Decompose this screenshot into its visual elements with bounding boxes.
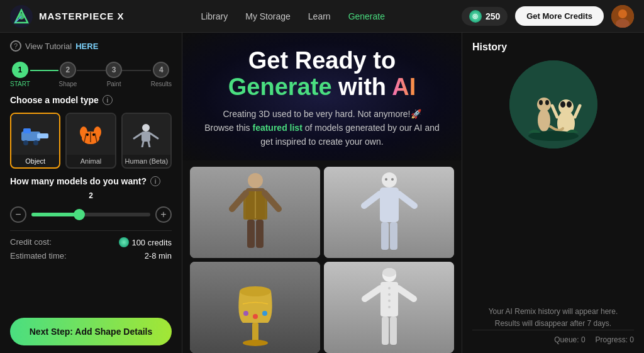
model-type-title: Choose a model type: [10, 95, 99, 105]
svg-rect-9: [23, 128, 31, 133]
model-type-title-row: Choose a model type i: [10, 95, 172, 105]
step-2[interactable]: 2 Shape: [58, 62, 77, 87]
slider-track[interactable]: [31, 213, 150, 216]
model-preview-1[interactable]: [190, 167, 320, 258]
progress-label-value: Progress: 0: [596, 335, 634, 344]
step-3[interactable]: 3 Paint: [106, 62, 122, 87]
svg-rect-43: [252, 323, 258, 342]
svg-point-41: [385, 178, 387, 181]
svg-rect-8: [37, 133, 48, 138]
svg-point-48: [262, 311, 267, 316]
queue-value: 0: [581, 335, 586, 344]
hero-subtitle-line1: Creating 3D used to be very hard. Not an…: [203, 107, 441, 121]
model-preview-4[interactable]: [324, 262, 454, 353]
hero-title-with: with: [332, 74, 392, 100]
left-panel: ? View Tutorial HERE 1 START 2 Shape 3 P…: [0, 33, 182, 353]
svg-rect-39: [381, 222, 389, 250]
model-preview-2[interactable]: [324, 167, 454, 258]
svg-point-69: [539, 100, 543, 105]
history-preview-image: [509, 60, 597, 148]
hero-subtitle-line3: get inspired to create your own.: [203, 135, 441, 148]
tutorial-text: View Tutorial: [25, 42, 72, 51]
header-left: MASTERPIECE X: [10, 5, 125, 28]
quantity-info-icon[interactable]: i: [150, 176, 160, 186]
slider-minus-button[interactable]: −: [10, 206, 26, 223]
svg-rect-33: [247, 220, 255, 248]
history-spacer: [472, 159, 634, 306]
model-card-object[interactable]: Object: [10, 113, 60, 169]
history-title: History: [472, 42, 634, 53]
slider-thumb: [74, 209, 85, 220]
avatar[interactable]: [611, 5, 634, 28]
svg-line-26: [148, 142, 150, 147]
featured-list-link[interactable]: featured list: [252, 123, 302, 133]
hero-title-ai: AI: [392, 74, 416, 100]
step-4[interactable]: 4 Results: [151, 62, 172, 87]
subtitle-prefix: Browse this: [204, 123, 252, 133]
step-line-3: [122, 70, 151, 71]
credit-cost-label: Credit cost:: [10, 237, 52, 247]
cost-credits-icon: [119, 237, 129, 247]
nav-generate[interactable]: Generate: [348, 11, 385, 21]
model-type-info-icon[interactable]: i: [103, 95, 113, 105]
svg-line-56: [398, 288, 414, 299]
model-preview-1-bg: [190, 167, 320, 258]
next-step-button[interactable]: Next Step: Add Shape Details: [10, 318, 172, 345]
svg-point-21: [142, 124, 150, 132]
svg-point-11: [33, 140, 38, 145]
svg-line-55: [365, 288, 380, 299]
svg-point-27: [248, 173, 263, 188]
model-card-animal-label: Animal: [80, 155, 102, 167]
credits-icon: ◎: [469, 10, 482, 23]
svg-point-64: [567, 101, 572, 108]
svg-point-52: [388, 293, 391, 296]
slider-plus-button[interactable]: +: [155, 206, 172, 223]
svg-rect-40: [390, 222, 397, 250]
step-3-label: Paint: [107, 81, 121, 87]
estimated-time-label: Estimated time:: [10, 251, 67, 261]
model-preview-3[interactable]: [190, 262, 320, 353]
quantity-title-row: How many models do you want? i: [10, 176, 172, 186]
step-line-2: [77, 70, 106, 71]
logo-text: MASTERPIECE X: [39, 11, 125, 21]
step-4-circle: 4: [153, 62, 169, 78]
svg-line-24: [150, 133, 158, 138]
hero-title: Get Ready to Generate with AI: [203, 48, 441, 101]
svg-point-19: [86, 133, 89, 136]
svg-point-46: [243, 311, 248, 316]
credits-amount: 250: [486, 11, 500, 21]
svg-point-42: [391, 178, 394, 181]
quantity-title: How many models do you want?: [10, 176, 147, 186]
get-credits-button[interactable]: Get More Credits: [515, 6, 604, 26]
credit-cost-amount: 100 credits: [131, 238, 172, 247]
svg-rect-57: [382, 317, 389, 345]
svg-point-54: [388, 306, 391, 308]
step-1[interactable]: 1 START: [10, 62, 30, 87]
svg-point-47: [253, 314, 258, 319]
svg-point-51: [388, 287, 391, 289]
model-card-object-img: [11, 114, 59, 155]
model-card-human[interactable]: Human (Beta): [121, 113, 172, 169]
history-empty-text: Your AI Remix history will appear here. …: [472, 306, 634, 330]
nav-storage[interactable]: My Storage: [245, 11, 291, 21]
svg-point-59: [382, 268, 396, 277]
hero-section: Get Ready to Generate with AI Creating 3…: [182, 33, 462, 160]
model-preview-2-bg: [324, 167, 454, 258]
tutorial-info-icon: ?: [10, 40, 21, 52]
step-line-1: [30, 70, 59, 71]
model-card-animal[interactable]: Animal: [65, 113, 116, 169]
nav-library[interactable]: Library: [201, 11, 228, 21]
history-empty-line2: Results will disappear after 7 days.: [495, 319, 611, 328]
nav-learn[interactable]: Learn: [308, 11, 331, 21]
model-preview-4-bg: [324, 262, 454, 353]
hero-subtitle-line2: Browse this featured list of models gene…: [203, 121, 441, 135]
svg-point-63: [560, 101, 565, 108]
tutorial-link-row: ? View Tutorial HERE: [10, 40, 172, 52]
tutorial-here-link[interactable]: HERE: [75, 42, 98, 51]
svg-point-62: [558, 99, 574, 115]
history-empty-line1: Your AI Remix history will appear here.: [489, 307, 618, 316]
svg-line-23: [134, 133, 142, 138]
svg-point-45: [240, 286, 271, 296]
model-grid: [182, 160, 462, 353]
step-3-circle: 3: [106, 62, 122, 78]
